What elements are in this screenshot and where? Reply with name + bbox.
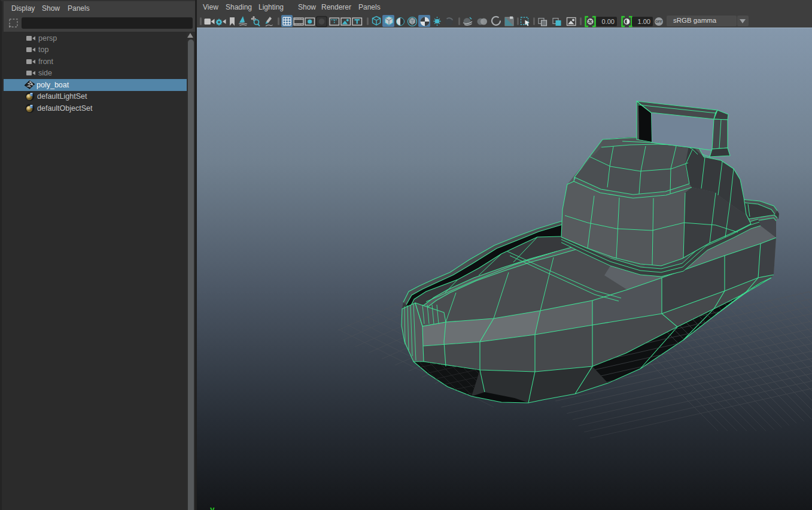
svg-text:OFF: OFF xyxy=(655,20,662,23)
